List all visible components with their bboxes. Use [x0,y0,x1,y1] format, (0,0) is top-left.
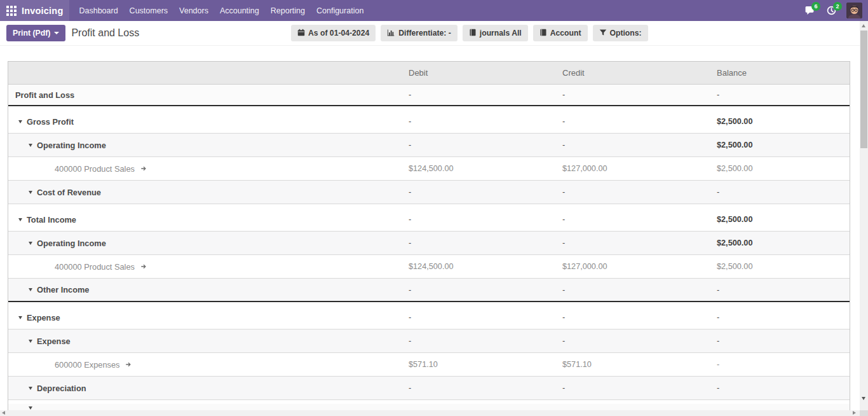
caret-down-icon[interactable] [29,387,32,390]
row-name-cell: Expense [8,313,409,322]
report-filters: As of 01-04-2024Differentiate: -journals… [291,25,648,41]
user-avatar[interactable] [846,3,862,18]
balance-cell: $2,500.00 [717,215,850,224]
report-row-400000-product-sales: 400000 Product Sales$124,500.00$127,000.… [8,157,850,181]
scroll-down-arrow-icon[interactable] [862,397,865,400]
profit-loss-report-table: DebitCreditBalance Profit and Loss---Gro… [8,61,850,412]
debit-cell: $124,500.00 [409,164,562,173]
account-label[interactable]: 400000 Product Sales [55,164,135,174]
credit-cell: - [562,336,717,345]
print-pdf-button[interactable]: Print (Pdf) [6,25,65,41]
messages-button[interactable]: 6 [803,4,816,17]
debit-cell: - [409,215,562,224]
vertical-scrollbar[interactable] [860,21,868,410]
balance-cell: $2,500.00 [717,117,850,126]
report-row-other-income: Other Income--- [8,279,850,302]
balance-cell: - [717,360,850,369]
debit-cell: $124,500.00 [409,262,562,271]
caret-down-icon[interactable] [29,191,32,194]
section-label[interactable]: Expense [27,313,60,322]
credit-cell: - [562,215,717,224]
balance-cell: $2,500.00 [717,141,850,149]
systray: 6 2 [803,0,868,21]
filter-button-options[interactable]: Options: [593,25,648,41]
activities-button[interactable]: 2 [825,4,837,17]
credit-cell: - [562,141,717,149]
apps-menu-button[interactable]: Invoicing [0,0,69,21]
section-label[interactable]: Gross Profit [27,117,74,127]
report-row-600000-expenses: 600000 Expenses$571.10$571.10- [8,353,850,377]
filter-button-as-of-01-04-2024[interactable]: As of 01-04-2024 [291,25,376,41]
row-name-cell: Expense [8,336,409,346]
menu-item-vendors[interactable]: Vendors [173,0,214,21]
app-brand[interactable]: Invoicing [22,6,63,16]
report-row-profit-and-loss: Profit and Loss--- [8,85,850,106]
bar-chart-icon [387,29,395,38]
section-label[interactable]: Other Income [37,285,90,295]
debit-cell: - [409,286,562,295]
debit-cell: - [409,141,562,149]
row-name-cell: Total Income [8,215,409,225]
menu-item-customers[interactable]: Customers [124,0,173,21]
chevron-down-icon [54,32,59,34]
debit-cell: - [409,239,562,247]
messages-badge: 6 [811,2,820,11]
caret-down-icon[interactable] [29,406,32,410]
section-label[interactable]: Expense [37,336,71,346]
horizontal-scrollbar[interactable] [0,410,860,416]
row-name-cell: 400000 Product Sales [8,164,409,174]
section-label[interactable]: Depreciation [37,384,86,393]
report-title-label: Profit and Loss [15,90,74,100]
caret-down-icon[interactable] [29,144,32,147]
table-body: Profit and Loss---Gross Profit--$2,500.0… [8,85,850,412]
main-menu: DashboardCustomersVendorsAccountingRepor… [73,0,369,21]
debit-cell: - [409,384,562,392]
scroll-left-arrow-icon[interactable] [2,411,5,415]
caret-down-icon[interactable] [18,316,22,319]
menu-item-reporting[interactable]: Reporting [265,0,311,21]
row-name-cell: 600000 Expenses [8,360,409,370]
section-label[interactable]: Cost of Revenue [37,188,101,197]
balance-cell: - [717,188,850,197]
account-label[interactable]: 400000 Product Sales [55,262,135,272]
report-row-expense: Expense--- [8,329,850,353]
report-row-cost-of-revenue: Cost of Revenue--- [8,181,850,204]
section-label[interactable]: Operating Income [37,141,106,150]
debit-cell: - [409,336,562,345]
control-bar: Print (Pdf) Profit and Loss As of 01-04-… [0,21,868,46]
filter-icon [599,29,607,38]
account-open-arrow-icon[interactable] [140,263,147,270]
scroll-up-arrow-icon[interactable] [862,24,865,27]
account-open-arrow-icon[interactable] [140,165,147,172]
balance-cell: - [717,90,850,99]
balance-cell: $2,500.00 [717,239,850,247]
filter-button-account[interactable]: Account [533,25,588,41]
caret-down-icon[interactable] [29,340,32,343]
menu-item-configuration[interactable]: Configuration [311,0,369,21]
caret-down-icon[interactable] [18,218,22,221]
filter-button-differentiate[interactable]: Differentiate: - [381,25,458,41]
menu-item-dashboard[interactable]: Dashboard [73,0,123,21]
balance-cell: - [717,336,850,345]
account-open-arrow-icon[interactable] [125,361,132,368]
debit-cell: - [409,313,562,322]
row-name-cell [8,406,409,410]
apps-grid-icon[interactable] [6,6,17,16]
section-label[interactable]: Total Income [27,215,76,225]
vertical-scroll-thumb[interactable] [860,31,867,148]
caret-down-icon[interactable] [29,288,32,291]
section-label[interactable]: Operating Income [37,239,106,248]
credit-cell: $571.10 [562,360,717,369]
scrollbar-corner [860,410,868,416]
print-pdf-label: Print (Pdf) [13,29,50,38]
menu-item-accounting[interactable]: Accounting [214,0,265,21]
column-header-balance: Balance [717,68,850,78]
caret-down-icon[interactable] [18,120,22,123]
account-label[interactable]: 600000 Expenses [55,360,119,370]
caret-down-icon[interactable] [29,242,32,245]
row-name-cell: Operating Income [8,141,409,150]
report-row-operating-income: Operating Income--$2,500.00 [8,134,850,157]
scroll-right-arrow-icon[interactable] [853,411,856,415]
filter-button-journals-all[interactable]: journals All [463,25,528,41]
credit-cell: - [562,313,717,322]
